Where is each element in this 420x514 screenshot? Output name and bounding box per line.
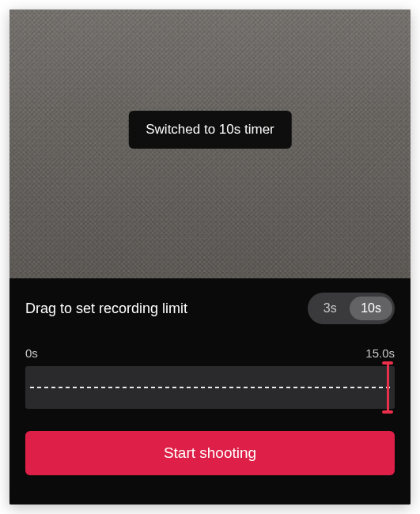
handle-bar	[387, 365, 389, 410]
timeline-drag-handle[interactable]	[382, 361, 393, 414]
timer-segmented-control[interactable]: 3s 10s	[308, 293, 395, 324]
timer-panel: Drag to set recording limit 3s 10s 0s 15…	[9, 278, 411, 505]
screenshot-frame: Switched to 10s timer Drag to set record…	[0, 0, 420, 514]
start-shooting-button[interactable]: Start shooting	[25, 431, 395, 475]
drag-instruction-label: Drag to set recording limit	[25, 300, 187, 317]
timeline-ticks	[30, 387, 390, 388]
timer-option-10s[interactable]: 10s	[350, 297, 392, 320]
panel-top-row: Drag to set recording limit 3s 10s	[25, 293, 395, 324]
handle-cap-bottom	[382, 410, 393, 414]
timer-option-3s[interactable]: 3s	[310, 297, 350, 320]
camera-preview[interactable]: Switched to 10s timer	[9, 9, 411, 278]
toast-message: Switched to 10s timer	[128, 111, 292, 149]
timeline-end-label: 15.0s	[365, 346, 395, 360]
timeline-labels: 0s 15.0s	[25, 346, 395, 360]
app-screen: Switched to 10s timer Drag to set record…	[9, 9, 411, 505]
timeline-start-label: 0s	[25, 346, 38, 360]
toast-text: Switched to 10s timer	[146, 122, 274, 137]
recording-limit-timeline[interactable]	[25, 366, 395, 409]
